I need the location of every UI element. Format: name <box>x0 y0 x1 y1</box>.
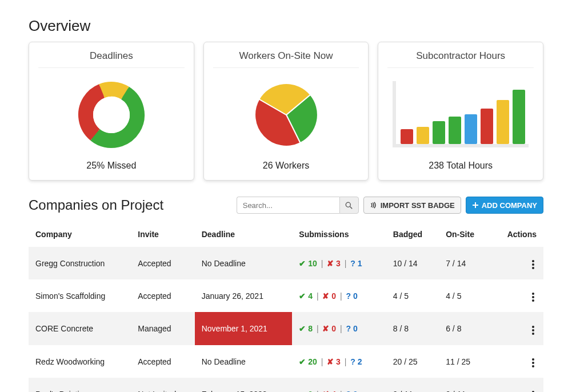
cell-deadline: February 15, 2022 <box>195 378 293 392</box>
add-btn-label: ADD COMPANY <box>482 201 537 210</box>
submissions-bad: ✘ 3 <box>327 357 341 366</box>
col-deadline[interactable]: Deadline <box>195 222 293 247</box>
col-onsite[interactable]: On-Site <box>439 222 490 247</box>
companies-heading: Companies on Project <box>29 197 163 213</box>
search-icon <box>345 202 353 209</box>
plus-icon <box>472 202 479 209</box>
search-group <box>237 197 359 214</box>
cell-invite: Accepted <box>131 247 194 279</box>
col-badged[interactable]: Badged <box>386 222 439 247</box>
search-button[interactable] <box>339 197 359 214</box>
svg-rect-4 <box>393 81 396 147</box>
submissions-unknown: ? 0 <box>346 291 358 301</box>
submissions-unknown: ? 2 <box>350 357 362 366</box>
svg-line-7 <box>350 206 353 209</box>
submissions-good: ✔ 4 <box>299 291 313 301</box>
cell-actions <box>491 247 543 279</box>
submissions-bad: ✘ 0 <box>322 324 336 333</box>
bar <box>433 121 445 144</box>
submissions-unknown: ? 0 <box>346 390 358 393</box>
bar-chart <box>387 75 534 155</box>
bar <box>481 109 493 144</box>
submissions-good: ✔ 20 <box>299 357 317 366</box>
submissions-bad: ✘ 4 <box>322 390 336 393</box>
cell-company: CORE Concrete <box>29 312 131 345</box>
row-actions-menu[interactable] <box>530 323 537 337</box>
cell-badged: 10 / 14 <box>386 247 439 279</box>
card-deadlines: Deadlines <box>29 42 194 181</box>
col-actions: Actions <box>491 222 543 247</box>
cell-invite: Accepted <box>131 345 194 378</box>
submissions-good: ✔ 10 <box>299 259 317 268</box>
overview-heading: Overview <box>29 17 543 35</box>
card-hours: Subcontractor Hours 238 Total Hours <box>378 42 543 181</box>
table-row: Paul's Painting Not Invited February 15,… <box>29 378 543 392</box>
card-workers: Workers On-Site Now 26 Workers <box>203 42 369 181</box>
table-row: CORE Concrete Managed November 1, 2021 ✔… <box>29 312 543 345</box>
cell-deadline: November 1, 2021 <box>195 312 293 345</box>
signal-icon <box>370 201 378 209</box>
submissions-unknown: ? 0 <box>346 324 358 333</box>
donut-chart <box>38 75 185 155</box>
add-company-button[interactable]: ADD COMPANY <box>466 197 543 214</box>
submissions-good: ✔ 0 <box>299 390 313 393</box>
import-btn-label: IMPORT SST BADGE <box>381 201 455 210</box>
row-actions-menu[interactable] <box>530 389 537 392</box>
cell-company: Redz Woodworking <box>29 345 131 378</box>
bar <box>401 129 413 144</box>
cell-onsite: 6 / 8 <box>439 312 490 345</box>
pie-chart <box>213 75 359 155</box>
cell-invite: Accepted <box>131 279 194 312</box>
submissions-bad: ✘ 3 <box>327 259 341 268</box>
import-sst-badge-button[interactable]: IMPORT SST BADGE <box>363 197 461 214</box>
cell-actions <box>491 345 543 378</box>
cell-badged: 8 / 8 <box>386 312 439 345</box>
cell-company: Gregg Construction <box>29 247 131 279</box>
cell-invite: Managed <box>131 312 194 345</box>
overview-cards: Deadlines <box>29 42 543 181</box>
card-footer: 25% Missed <box>38 161 185 171</box>
cell-company: Paul's Painting <box>29 378 131 392</box>
svg-rect-5 <box>393 144 529 147</box>
cell-onsite: 0 / 11 <box>439 378 490 392</box>
bar <box>497 100 509 144</box>
cell-deadline: January 26, 2021 <box>195 279 293 312</box>
card-title: Subcontractor Hours <box>387 50 534 68</box>
cell-badged: 20 / 25 <box>386 345 439 378</box>
row-actions-menu[interactable] <box>530 258 537 271</box>
submissions-unknown: ? 1 <box>350 259 362 268</box>
cell-invite: Not Invited <box>131 378 194 392</box>
col-company[interactable]: Company <box>29 222 131 247</box>
card-footer: 26 Workers <box>213 161 359 171</box>
cell-onsite: 11 / 25 <box>439 345 490 378</box>
cell-badged: 4 / 5 <box>386 279 439 312</box>
row-actions-menu[interactable] <box>530 290 537 304</box>
cell-company: Simon's Scaffolding <box>29 279 131 312</box>
cell-submissions: ✔ 10 | ✘ 3 | ? 1 <box>292 247 386 279</box>
svg-point-6 <box>346 202 350 207</box>
bar <box>513 90 525 144</box>
card-footer: 238 Total Hours <box>387 161 534 171</box>
cell-submissions: ✔ 8 | ✘ 0 | ? 0 <box>292 312 386 345</box>
col-submissions[interactable]: Submissions <box>292 222 386 247</box>
cell-actions <box>491 279 543 312</box>
search-input[interactable] <box>237 197 339 214</box>
cell-onsite: 7 / 14 <box>439 247 490 279</box>
bar <box>417 127 429 144</box>
companies-header: Companies on Project IMPORT SST BADGE AD… <box>29 197 543 214</box>
cell-submissions: ✔ 4 | ✘ 0 | ? 0 <box>292 279 386 312</box>
row-actions-menu[interactable] <box>530 356 537 370</box>
col-invite[interactable]: Invite <box>131 222 194 247</box>
table-row: Gregg Construction Accepted No Deadline … <box>29 247 543 279</box>
submissions-bad: ✘ 0 <box>322 291 336 301</box>
cell-actions <box>491 378 543 392</box>
cell-onsite: 4 / 5 <box>439 279 490 312</box>
cell-deadline: No Deadline <box>195 247 293 279</box>
table-row: Redz Woodworking Accepted No Deadline ✔ … <box>29 345 543 378</box>
cell-submissions: ✔ 0 | ✘ 4 | ? 0 <box>292 378 386 392</box>
table-row: Simon's Scaffolding Accepted January 26,… <box>29 279 543 312</box>
companies-table: Company Invite Deadline Submissions Badg… <box>29 222 543 392</box>
cell-submissions: ✔ 20 | ✘ 3 | ? 2 <box>292 345 386 378</box>
submissions-good: ✔ 8 <box>299 324 313 333</box>
card-title: Workers On-Site Now <box>213 50 359 68</box>
